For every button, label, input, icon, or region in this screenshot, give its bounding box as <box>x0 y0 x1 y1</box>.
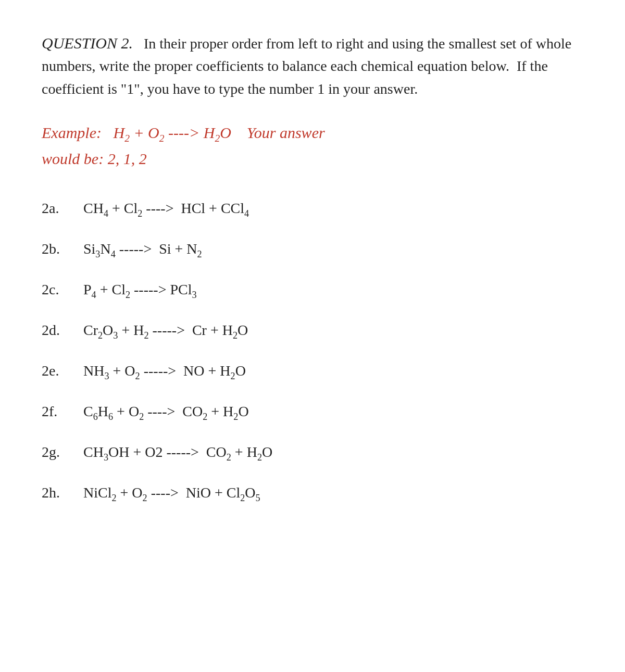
eq-label-2g: 2g. <box>42 441 83 463</box>
eq-content-2g: CH3OH + O2 -----> CO2 + H2O <box>83 441 272 463</box>
equation-2f: 2f. C6H6 + O2 ----> CO2 + H2O <box>42 401 583 422</box>
equation-2a: 2a. CH4 + Cl2 ----> HCl + CCl4 <box>42 197 583 219</box>
equation-2d: 2d. Cr2O3 + H2 -----> Cr + H2O <box>42 319 583 341</box>
example-block: Example: H2 + O2 ----> H2O Your answer w… <box>42 120 583 171</box>
eq-content-2f: C6H6 + O2 ----> CO2 + H2O <box>83 401 249 422</box>
eq-label-2a: 2a. <box>42 197 83 219</box>
page-container: QUESTION 2. In their proper order from l… <box>42 31 583 504</box>
eq-content-2c: P4 + Cl2 -----> PCl3 <box>83 279 197 301</box>
eq-content-2e: NH3 + O2 -----> NO + H2O <box>83 360 246 382</box>
example-label: Example: <box>42 124 102 141</box>
eq-label-2b: 2b. <box>42 238 83 260</box>
eq-label-2d: 2d. <box>42 319 83 341</box>
eq-label-2e: 2e. <box>42 360 83 382</box>
eq-label-2f: 2f. <box>42 401 83 422</box>
eq-content-2a: CH4 + Cl2 ----> HCl + CCl4 <box>83 197 249 219</box>
equation-2e: 2e. NH3 + O2 -----> NO + H2O <box>42 360 583 382</box>
eq-content-2b: Si3N4 -----> Si + N2 <box>83 238 202 260</box>
eq-content-2d: Cr2O3 + H2 -----> Cr + H2O <box>83 319 248 341</box>
equation-2g: 2g. CH3OH + O2 -----> CO2 + H2O <box>42 441 583 463</box>
eq-label-2c: 2c. <box>42 279 83 301</box>
equation-list: 2a. CH4 + Cl2 ----> HCl + CCl4 2b. Si3N4… <box>42 197 583 504</box>
equation-2c: 2c. P4 + Cl2 -----> PCl3 <box>42 279 583 301</box>
question-header: QUESTION 2. In their proper order from l… <box>42 31 583 100</box>
eq-content-2h: NiCl2 + O2 ----> NiO + Cl2O5 <box>83 482 260 504</box>
eq-label-2h: 2h. <box>42 482 83 504</box>
example-equation: H2 + O2 ----> H2O Your answer <box>105 124 324 141</box>
example-line1: Example: H2 + O2 ----> H2O Your answer <box>42 124 325 141</box>
question-title: QUESTION 2. <box>42 34 133 52</box>
equation-2b: 2b. Si3N4 -----> Si + N2 <box>42 238 583 260</box>
equation-2h: 2h. NiCl2 + O2 ----> NiO + Cl2O5 <box>42 482 583 504</box>
example-line2: would be: 2, 1, 2 <box>42 150 147 167</box>
